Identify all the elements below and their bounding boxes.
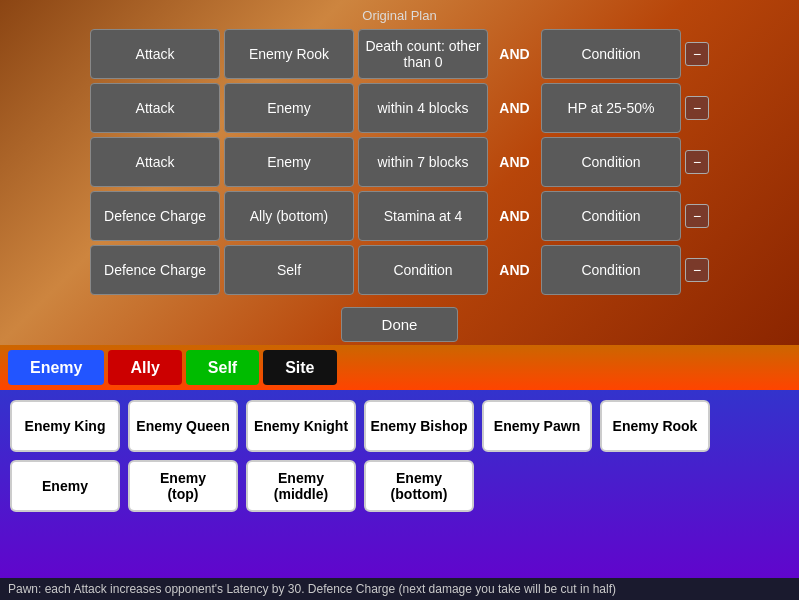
done-button[interactable]: Done	[341, 307, 459, 342]
rule-row-3: Defence Charge Ally (bottom) Stamina at …	[90, 191, 709, 241]
rule-connector-3: AND	[492, 191, 537, 241]
rule-result-0[interactable]: Condition	[541, 29, 681, 79]
piece-btn-enemy-rook[interactable]: Enemy Rook	[600, 400, 710, 452]
rule-action-1[interactable]: Attack	[90, 83, 220, 133]
rule-remove-1[interactable]: −	[685, 96, 709, 120]
tab-enemy[interactable]: Enemy	[8, 350, 104, 385]
tab-section: Enemy Ally Self Site	[0, 345, 799, 390]
status-bar: Pawn: each Attack increases opponent's L…	[0, 578, 799, 600]
rule-row-4: Defence Charge Self Condition AND Condit…	[90, 245, 709, 295]
rule-remove-4[interactable]: −	[685, 258, 709, 282]
rule-condition-2[interactable]: within 7 blocks	[358, 137, 488, 187]
bottom-section: Enemy KingEnemy QueenEnemy KnightEnemy B…	[0, 390, 799, 600]
rule-action-2[interactable]: Attack	[90, 137, 220, 187]
rule-remove-3[interactable]: −	[685, 204, 709, 228]
rule-connector-2: AND	[492, 137, 537, 187]
piece-btn-enemy-bishop[interactable]: Enemy Bishop	[364, 400, 474, 452]
rule-target-1[interactable]: Enemy	[224, 83, 354, 133]
rule-condition-0[interactable]: Death count: other than 0	[358, 29, 488, 79]
piece-btn-enemy-pawn[interactable]: Enemy Pawn	[482, 400, 592, 452]
rule-row-2: Attack Enemy within 7 blocks AND Conditi…	[90, 137, 709, 187]
rule-target-4[interactable]: Self	[224, 245, 354, 295]
rule-connector-0: AND	[492, 29, 537, 79]
top-section: Original Plan Attack Enemy Rook Death co…	[0, 0, 799, 345]
rule-row-1: Attack Enemy within 4 blocks AND HP at 2…	[90, 83, 709, 133]
piece-row-1: Enemy KingEnemy QueenEnemy KnightEnemy B…	[10, 400, 789, 452]
piece-btn-group-2[interactable]: Enemy (middle)	[246, 460, 356, 512]
rules-container: Attack Enemy Rook Death count: other tha…	[90, 29, 709, 299]
piece-btn-group-0[interactable]: Enemy	[10, 460, 120, 512]
rule-remove-2[interactable]: −	[685, 150, 709, 174]
rule-result-2[interactable]: Condition	[541, 137, 681, 187]
rule-action-4[interactable]: Defence Charge	[90, 245, 220, 295]
piece-btn-enemy-knight[interactable]: Enemy Knight	[246, 400, 356, 452]
tab-ally[interactable]: Ally	[108, 350, 181, 385]
rule-condition-1[interactable]: within 4 blocks	[358, 83, 488, 133]
rule-target-3[interactable]: Ally (bottom)	[224, 191, 354, 241]
piece-btn-enemy-king[interactable]: Enemy King	[10, 400, 120, 452]
rule-action-0[interactable]: Attack	[90, 29, 220, 79]
piece-row-2: EnemyEnemy (top)Enemy (middle)Enemy (bot…	[10, 460, 789, 512]
rule-condition-4[interactable]: Condition	[358, 245, 488, 295]
rule-row-0: Attack Enemy Rook Death count: other tha…	[90, 29, 709, 79]
rule-action-3[interactable]: Defence Charge	[90, 191, 220, 241]
rule-connector-1: AND	[492, 83, 537, 133]
rule-remove-0[interactable]: −	[685, 42, 709, 66]
tab-site[interactable]: Site	[263, 350, 336, 385]
piece-btn-enemy-queen[interactable]: Enemy Queen	[128, 400, 238, 452]
rule-connector-4: AND	[492, 245, 537, 295]
rule-target-0[interactable]: Enemy Rook	[224, 29, 354, 79]
tab-self[interactable]: Self	[186, 350, 259, 385]
original-plan-label: Original Plan	[362, 8, 436, 23]
rule-result-4[interactable]: Condition	[541, 245, 681, 295]
rule-result-3[interactable]: Condition	[541, 191, 681, 241]
rule-target-2[interactable]: Enemy	[224, 137, 354, 187]
piece-btn-group-3[interactable]: Enemy (bottom)	[364, 460, 474, 512]
rule-result-1[interactable]: HP at 25-50%	[541, 83, 681, 133]
rule-condition-3[interactable]: Stamina at 4	[358, 191, 488, 241]
piece-btn-group-1[interactable]: Enemy (top)	[128, 460, 238, 512]
